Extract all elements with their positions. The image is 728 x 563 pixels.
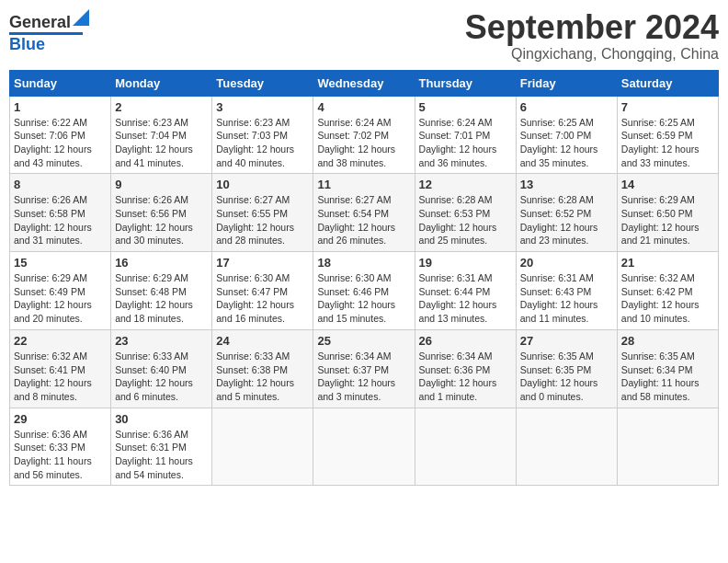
table-row: 15Sunrise: 6:29 AMSunset: 6:49 PMDayligh… [10,252,111,330]
day-info: Sunrise: 6:26 AMSunset: 6:58 PMDaylight:… [14,193,107,247]
month-title: September 2024 [465,9,719,46]
calendar-header-row: Sunday Monday Tuesday Wednesday Thursday… [10,70,719,96]
table-row: 26Sunrise: 6:34 AMSunset: 6:36 PMDayligh… [415,329,516,408]
day-info: Sunrise: 6:35 AMSunset: 6:35 PMDaylight:… [520,350,613,404]
header-friday: Friday [516,70,617,96]
table-row [212,408,313,486]
table-row: 3Sunrise: 6:23 AMSunset: 7:03 PMDaylight… [212,96,313,174]
logo-text: General [9,13,71,31]
day-number: 28 [621,334,714,348]
day-number: 24 [216,334,309,348]
day-number: 18 [317,256,410,270]
table-row: 24Sunrise: 6:33 AMSunset: 6:38 PMDayligh… [212,329,313,408]
day-number: 4 [317,100,410,114]
day-info: Sunrise: 6:36 AMSunset: 6:31 PMDaylight:… [115,428,208,482]
table-row: 25Sunrise: 6:34 AMSunset: 6:37 PMDayligh… [313,329,415,408]
day-number: 15 [14,256,107,270]
day-number: 19 [419,256,512,270]
table-row: 11Sunrise: 6:27 AMSunset: 6:54 PMDayligh… [313,174,415,252]
day-info: Sunrise: 6:30 AMSunset: 6:46 PMDaylight:… [317,271,410,326]
table-row: 8Sunrise: 6:26 AMSunset: 6:58 PMDaylight… [10,174,111,252]
table-row: 7Sunrise: 6:25 AMSunset: 6:59 PMDaylight… [617,96,718,174]
table-row: 28Sunrise: 6:35 AMSunset: 6:34 PMDayligh… [617,329,718,408]
day-info: Sunrise: 6:26 AMSunset: 6:56 PMDaylight:… [115,193,208,247]
day-number: 7 [621,100,714,114]
day-number: 2 [115,100,208,114]
header-thursday: Thursday [415,70,516,96]
table-row: 4Sunrise: 6:24 AMSunset: 7:02 PMDaylight… [313,96,415,174]
calendar-week-row: 1Sunrise: 6:22 AMSunset: 7:06 PMDaylight… [10,96,719,174]
day-number: 8 [14,178,107,191]
calendar-week-row: 29Sunrise: 6:36 AMSunset: 6:33 PMDayligh… [10,408,719,486]
table-row: 2Sunrise: 6:23 AMSunset: 7:04 PMDaylight… [111,96,212,174]
calendar: Sunday Monday Tuesday Wednesday Thursday… [9,70,719,487]
table-row: 13Sunrise: 6:28 AMSunset: 6:52 PMDayligh… [516,174,617,252]
header-tuesday: Tuesday [212,70,313,96]
day-info: Sunrise: 6:34 AMSunset: 6:37 PMDaylight:… [317,350,410,404]
day-number: 22 [14,334,107,348]
day-info: Sunrise: 6:27 AMSunset: 6:54 PMDaylight:… [317,193,410,247]
table-row: 17Sunrise: 6:30 AMSunset: 6:47 PMDayligh… [212,252,313,330]
day-info: Sunrise: 6:32 AMSunset: 6:41 PMDaylight:… [14,350,107,404]
calendar-week-row: 8Sunrise: 6:26 AMSunset: 6:58 PMDaylight… [10,174,719,252]
day-info: Sunrise: 6:34 AMSunset: 6:36 PMDaylight:… [419,350,512,404]
header-wednesday: Wednesday [313,70,415,96]
table-row: 20Sunrise: 6:31 AMSunset: 6:43 PMDayligh… [516,252,617,330]
table-row: 29Sunrise: 6:36 AMSunset: 6:33 PMDayligh… [10,408,111,486]
day-number: 14 [621,178,714,191]
table-row: 5Sunrise: 6:24 AMSunset: 7:01 PMDaylight… [415,96,516,174]
table-row: 14Sunrise: 6:29 AMSunset: 6:50 PMDayligh… [617,174,718,252]
day-info: Sunrise: 6:30 AMSunset: 6:47 PMDaylight:… [216,271,309,326]
table-row: 23Sunrise: 6:33 AMSunset: 6:40 PMDayligh… [111,329,212,408]
day-info: Sunrise: 6:28 AMSunset: 6:53 PMDaylight:… [419,193,512,247]
day-number: 30 [115,412,208,426]
title-area: September 2024 Qingxichang, Chongqing, C… [465,9,719,63]
day-info: Sunrise: 6:24 AMSunset: 7:02 PMDaylight:… [317,116,410,170]
day-number: 21 [621,256,714,270]
day-info: Sunrise: 6:24 AMSunset: 7:01 PMDaylight:… [419,116,512,170]
day-number: 5 [419,100,512,114]
day-info: Sunrise: 6:33 AMSunset: 6:40 PMDaylight:… [115,350,208,404]
day-number: 9 [115,178,208,191]
day-info: Sunrise: 6:32 AMSunset: 6:42 PMDaylight:… [621,271,714,326]
day-info: Sunrise: 6:27 AMSunset: 6:55 PMDaylight:… [216,193,309,247]
calendar-week-row: 15Sunrise: 6:29 AMSunset: 6:49 PMDayligh… [10,252,719,330]
logo-general: General [9,13,71,31]
day-number: 25 [317,334,410,348]
table-row [313,408,415,486]
logo-blue: Blue [9,35,45,54]
svg-marker-0 [73,9,89,26]
logo-bird-icon [73,9,89,26]
day-info: Sunrise: 6:36 AMSunset: 6:33 PMDaylight:… [14,428,107,482]
day-number: 11 [317,178,410,191]
table-row: 27Sunrise: 6:35 AMSunset: 6:35 PMDayligh… [516,329,617,408]
day-info: Sunrise: 6:28 AMSunset: 6:52 PMDaylight:… [520,193,613,247]
table-row: 18Sunrise: 6:30 AMSunset: 6:46 PMDayligh… [313,252,415,330]
table-row: 1Sunrise: 6:22 AMSunset: 7:06 PMDaylight… [10,96,111,174]
table-row [617,408,718,486]
day-info: Sunrise: 6:29 AMSunset: 6:48 PMDaylight:… [115,271,208,326]
header: General Blue September 2024 Qingxichang,… [9,9,719,63]
day-info: Sunrise: 6:35 AMSunset: 6:34 PMDaylight:… [621,350,714,404]
day-number: 12 [419,178,512,191]
day-number: 17 [216,256,309,270]
day-info: Sunrise: 6:22 AMSunset: 7:06 PMDaylight:… [14,116,107,170]
day-info: Sunrise: 6:31 AMSunset: 6:44 PMDaylight:… [419,271,512,326]
header-saturday: Saturday [617,70,718,96]
day-number: 23 [115,334,208,348]
table-row: 12Sunrise: 6:28 AMSunset: 6:53 PMDayligh… [415,174,516,252]
table-row [516,408,617,486]
day-info: Sunrise: 6:25 AMSunset: 7:00 PMDaylight:… [520,116,613,170]
day-number: 16 [115,256,208,270]
day-number: 29 [14,412,107,426]
table-row: 21Sunrise: 6:32 AMSunset: 6:42 PMDayligh… [617,252,718,330]
calendar-week-row: 22Sunrise: 6:32 AMSunset: 6:41 PMDayligh… [10,329,719,408]
day-info: Sunrise: 6:23 AMSunset: 7:03 PMDaylight:… [216,116,309,170]
day-number: 10 [216,178,309,191]
day-info: Sunrise: 6:33 AMSunset: 6:38 PMDaylight:… [216,350,309,404]
day-number: 3 [216,100,309,114]
day-number: 1 [14,100,107,114]
header-monday: Monday [111,70,212,96]
day-number: 27 [520,334,613,348]
day-info: Sunrise: 6:23 AMSunset: 7:04 PMDaylight:… [115,116,208,170]
